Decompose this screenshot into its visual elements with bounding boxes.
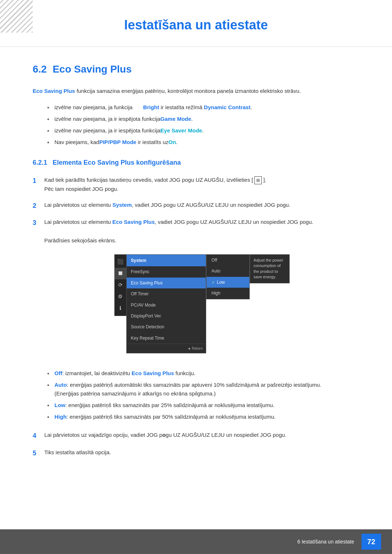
menu-item-key-repeat: Key Repeat Time (127, 333, 206, 344)
option-low: Low: enerģijas patēriņš tiks samazināts … (47, 401, 359, 410)
numbered-steps: 1 Kad tiek parādīts funkcijas taustieņu … (33, 175, 359, 362)
footer-text: 6 Iestatīšana un atiestate (297, 538, 354, 546)
option-high: High: enerģijas patēriņš tiks samazināts… (47, 413, 359, 421)
step-content-5: Tiks iestatīta atlasītā opcija. (44, 448, 359, 457)
menu-icon-monitor: ⬛ (115, 256, 126, 268)
subsection-heading: Elementa Eco Saving Plus konfigurēšana (53, 159, 181, 166)
option-off: Off: izmantojiet, lai deaktivizētu Eco S… (47, 369, 359, 378)
menu-item-displayport: DisplayPort Ver. (127, 311, 206, 321)
submenu-panel: Off Auto ✓ Low High (206, 254, 250, 299)
menu-icon-arrows: ⟳ (115, 279, 126, 291)
menu-item-pcav-mode: PC/AV Mode (127, 300, 206, 311)
menu-item-source: Source Detection (127, 321, 206, 332)
menu-item-freesync: FreeSync (127, 266, 206, 277)
intro-paragraph: Eco Saving Plus funkcija samazina enerģi… (33, 86, 359, 96)
step-3: 3 Lai pārvietotos uz elementu Eco Saving… (33, 217, 359, 362)
step-5: 5 Tiks iestatīta atlasītā opcija. (33, 448, 359, 459)
section-heading: Eco Saving Plus (53, 61, 132, 78)
menu-container: ⬛ 🔲 ⟳ ⚙ ℹ System FreeSync Eco Saving Plu… (114, 254, 290, 353)
content-area: 6.2 Eco Saving Plus Eco Saving Plus funk… (0, 61, 392, 494)
checkmark-icon: ✓ (212, 279, 215, 286)
menu-icon-info: ℹ (115, 303, 126, 314)
bullet-list: izvēlne nav pieejama, ja funkcija Bright… (47, 103, 359, 147)
return-hint: ◄ Return (127, 344, 206, 353)
menu-item-eco-saving: Eco Saving Plus (127, 278, 206, 288)
menu-item-off-timer: Off Timer (127, 288, 206, 299)
numbered-steps-4-5: 4 Lai pārvietotos uz vajadzīgo opciju, v… (33, 430, 359, 459)
top-stripe-decoration (0, 0, 33, 33)
step-number-1: 1 (33, 176, 40, 186)
step-content-2: Lai pārvietotos uz elementu System, vadi… (44, 200, 359, 210)
subsection-title: 6.2.1 Elementa Eco Saving Plus konfigurē… (33, 157, 359, 168)
step-content-4: Lai pārvietotos uz vajadzīgo opciju, vad… (44, 430, 359, 440)
footer-page-number: 72 (362, 534, 381, 550)
bullet-item-1: izvēlne nav pieejama, ja funkcija Bright… (47, 103, 359, 112)
bullet-item-4: Nav pieejams, kadPIP/PBP Mode ir iestatī… (47, 138, 359, 147)
step-number-3: 3 (33, 218, 40, 228)
menu-panel: System FreeSync Eco Saving Plus Off Time… (126, 254, 206, 353)
menu-icon-settings: 🔲 (115, 268, 126, 279)
step-number-2: 2 (33, 201, 40, 211)
section-number: 6.2 (33, 61, 47, 78)
page-footer: 6 Iestatīšana un atiestate 72 (0, 529, 392, 554)
tooltip-box: Adjust the power consumption of the prod… (250, 254, 290, 283)
step-4: 4 Lai pārvietotos uz vajadzīgo opciju, v… (33, 430, 359, 441)
bullet-item-3: izvēlne nav pieejama, ja ir iespējota fu… (47, 126, 359, 135)
option-auto: Auto: enerģijas patēriņš automātiski tik… (47, 381, 359, 398)
subsection-number: 6.2.1 (33, 159, 47, 166)
page-title: Iestatīšana un atiestate (29, 15, 363, 36)
intro-text-body: funkcija samazina enerģijas patēriņu, ko… (77, 88, 301, 94)
submenu-item-off: Off (207, 255, 249, 266)
submenu-item-auto: Auto (207, 266, 249, 276)
bullet-item-2: izvēlne nav pieejama, ja ir iespējota fu… (47, 115, 359, 123)
submenu-item-low: ✓ Low (207, 277, 249, 288)
step-1: 1 Kad tiek parādīts funkcijas taustieņu … (33, 175, 359, 194)
submenu-item-high: High (207, 288, 249, 299)
step-number-4: 4 (33, 431, 40, 441)
section-title: 6.2 Eco Saving Plus (33, 61, 359, 78)
highlight-eco-saving-plus: Eco Saving Plus (33, 88, 75, 94)
page-header: Iestatīšana un atiestate (0, 0, 392, 47)
menu-panel-header: System (127, 255, 206, 266)
menu-icons: ⬛ 🔲 ⟳ ⚙ ℹ (114, 254, 126, 316)
step-number-5: 5 (33, 448, 40, 459)
step-content-1: Kad tiek parādīts funkcijas taustieņu ce… (44, 175, 359, 194)
step-content-3: Lai pārvietotos uz elementu Eco Saving P… (44, 217, 359, 362)
options-bullet-list: Off: izmantojiet, lai deaktivizētu Eco S… (47, 369, 359, 421)
step-2: 2 Lai pārvietotos uz elementu System, va… (33, 200, 359, 211)
menu-items-list: FreeSync Eco Saving Plus Off Timer PC/AV… (127, 266, 206, 353)
menu-screenshot: ⬛ 🔲 ⟳ ⚙ ℹ System FreeSync Eco Saving Plu… (44, 254, 359, 353)
menu-icon-gear: ⚙ (115, 291, 126, 303)
